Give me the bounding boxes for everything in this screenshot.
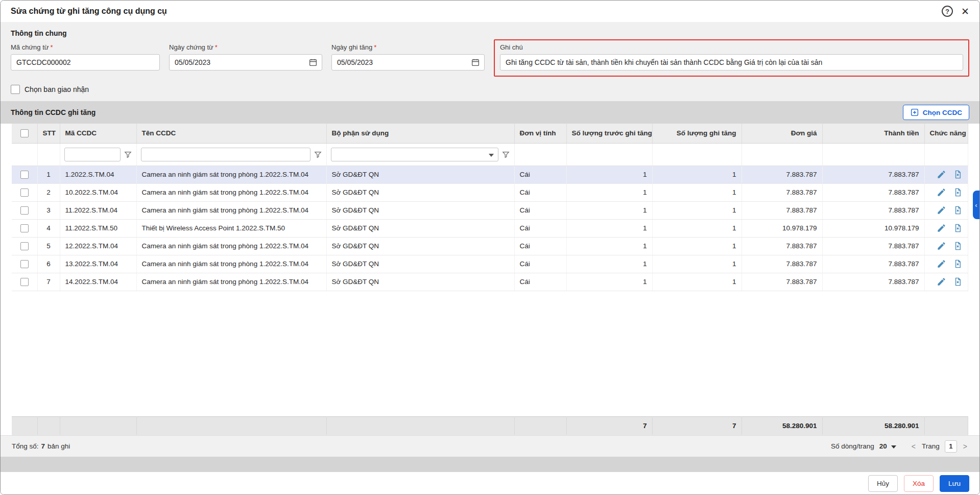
edit-row-icon[interactable] [937,223,946,233]
remove-row-icon[interactable] [953,170,963,179]
cell-bo-phan: Sở GD&ĐT QN [326,255,514,273]
document-date-input[interactable] [169,54,322,70]
cell-ma-ccdc: 12.2022.S.TM.04 [60,237,136,255]
header-chuc-nang: Chức năng [924,124,968,143]
required-marker: * [51,43,53,51]
save-button[interactable]: Lưu [940,475,969,492]
row-checkbox[interactable] [20,188,29,197]
remove-row-icon[interactable] [953,205,963,215]
table-filter-row [12,143,968,166]
document-date-label: Ngày chứng từ [169,43,213,51]
row-checkbox[interactable] [20,260,29,268]
next-page-button[interactable]: > [962,442,968,451]
cell-stt: 7 [37,273,60,291]
cell-bo-phan: Sở GD&ĐT QN [326,237,514,255]
document-code-input[interactable] [11,54,160,70]
row-checkbox[interactable] [20,224,29,232]
prev-page-button[interactable]: < [911,442,917,451]
total-count: 7 [41,442,45,450]
close-icon[interactable]: ✕ [961,7,969,16]
cell-stt: 4 [37,219,60,237]
cell-ten-ccdc: Camera an ninh giám sát trong phòng 1.20… [136,273,326,291]
cell-bo-phan: Sở GD&ĐT QN [326,219,514,237]
select-all-checkbox[interactable] [20,129,29,137]
summary-sl-ghi-tang: 7 [652,417,742,435]
cell-thanh-tien: 7.883.787 [822,237,924,255]
filter-funnel-icon[interactable] [501,150,510,159]
row-checkbox[interactable] [20,206,29,215]
edit-row-icon[interactable] [937,259,946,269]
note-label: Ghi chú [500,43,963,51]
filter-funnel-icon[interactable] [124,150,132,159]
cell-stt: 1 [37,166,60,183]
cell-chuc-nang [924,201,968,219]
row-checkbox[interactable] [20,242,29,250]
cell-ten-ccdc: Camera an ninh giám sát trong phòng 1.20… [136,237,326,255]
cancel-button[interactable]: Hủy [868,475,898,492]
cell-sl-truoc: 1 [566,255,652,273]
edit-row-icon[interactable] [937,241,946,251]
row-checkbox[interactable] [20,171,29,179]
remove-row-icon[interactable] [953,241,963,251]
row-checkbox[interactable] [20,278,29,286]
remove-row-icon[interactable] [953,223,963,233]
filter-funnel-icon[interactable] [314,150,322,159]
table-row[interactable]: 4 11.2022.S.TM.50 Thiết bị Wireless Acce… [12,219,968,237]
cell-bo-phan: Sở GD&ĐT QN [326,183,514,201]
dialog-title: Sửa chứng từ ghi tăng công cụ dụng cụ [11,7,942,16]
header-thanh-tien: Thành tiền [822,124,924,143]
remove-row-icon[interactable] [953,277,963,287]
cell-bo-phan: Sở GD&ĐT QN [326,166,514,183]
table-row[interactable]: 5 12.2022.S.TM.04 Camera an ninh giám sá… [12,237,968,255]
cell-don-vi-tinh: Cái [514,201,566,219]
cell-don-gia: 7.883.787 [742,166,822,183]
rows-per-page-select[interactable]: 20 [879,442,896,450]
table-footer: Tổng số: 7 bản ghi Số dòng/trang 20 < Tr… [1,435,979,457]
title-bar: Sửa chứng từ ghi tăng công cụ dụng cụ ? … [1,1,979,22]
cell-sl-ghi-tang: 1 [652,183,742,201]
header-ten-ccdc: Tên CCDC [136,124,326,143]
remove-row-icon[interactable] [953,259,963,269]
calendar-icon[interactable] [471,58,480,67]
increase-date-label: Ngày ghi tăng [331,43,372,51]
cell-ma-ccdc: 1.2022.S.TM.04 [60,166,136,183]
cell-sl-truoc: 1 [566,237,652,255]
current-page-number[interactable]: 1 [945,440,957,453]
cell-don-vi-tinh: Cái [514,219,566,237]
edit-row-icon[interactable] [937,277,946,287]
summary-thanh-tien: 58.280.901 [822,417,924,435]
table-row[interactable]: 7 14.2022.S.TM.04 Camera an ninh giám sá… [12,273,968,291]
table-row[interactable]: 6 13.2022.S.TM.04 Camera an ninh giám sá… [12,255,968,273]
cell-chuc-nang [924,273,968,291]
cell-sl-truoc: 1 [566,273,652,291]
remove-row-icon[interactable] [953,187,963,197]
cell-bo-phan: Sở GD&ĐT QN [326,201,514,219]
table-row[interactable]: 3 11.2022.S.TM.04 Camera an ninh giám sá… [12,201,968,219]
cell-chuc-nang [924,237,968,255]
handover-checkbox[interactable] [11,85,20,94]
note-input[interactable] [500,54,963,70]
required-marker: * [215,43,218,51]
filter-ma-ccdc-input[interactable] [64,148,121,161]
table-summary-row: 7 7 58.280.901 58.280.901 [12,416,968,435]
delete-button[interactable]: Xóa [904,475,934,492]
calendar-icon[interactable] [308,58,318,67]
edit-row-icon[interactable] [937,187,946,197]
increase-date-field: Ngày ghi tăng* [331,43,485,70]
table-row[interactable]: 1 1.2022.S.TM.04 Camera an ninh giám sát… [12,166,968,183]
ccdc-table: STT Mã CCDC Tên CCDC Bộ phận sử dụng Đơn… [1,124,979,435]
edit-row-icon[interactable] [937,205,946,215]
choose-ccdc-button[interactable]: Chọn CCDC [903,105,969,120]
edit-row-icon[interactable] [937,170,946,179]
help-icon[interactable]: ? [942,6,953,17]
filter-ten-ccdc-input[interactable] [141,148,310,161]
cell-don-vi-tinh: Cái [514,183,566,201]
filter-bo-phan-dropdown[interactable] [331,148,498,161]
cell-ma-ccdc: 11.2022.S.TM.04 [60,201,136,219]
side-panel-toggle[interactable]: ‹ [973,191,979,219]
cell-sl-truoc: 1 [566,201,652,219]
cell-don-vi-tinh: Cái [514,237,566,255]
table-row[interactable]: 2 10.2022.S.TM.04 Camera an ninh giám sá… [12,183,968,201]
increase-date-input[interactable] [331,54,485,70]
general-info-section: Thông tin chung Mã chứng từ* Ngày chứng … [1,22,979,101]
